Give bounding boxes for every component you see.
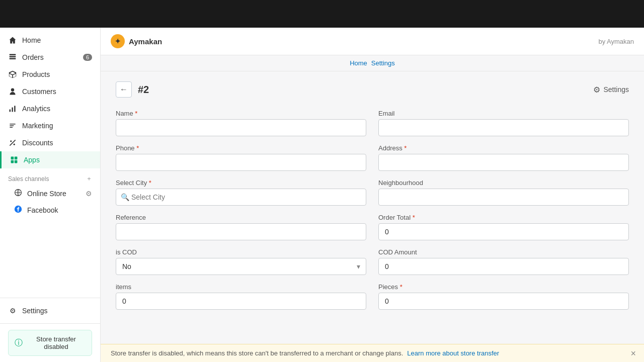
sidebar-item-online-store[interactable]: Online Store ⚙ bbox=[0, 185, 100, 202]
form-title-group: ← #2 bbox=[116, 81, 149, 98]
items-input[interactable] bbox=[116, 293, 366, 310]
sidebar-item-label: Apps bbox=[24, 156, 40, 164]
settings-icon: ⚙ bbox=[8, 306, 17, 315]
address-label: Address * bbox=[378, 144, 629, 152]
address-required: * bbox=[404, 144, 407, 152]
svg-rect-3 bbox=[10, 110, 11, 112]
is-cod-select[interactable]: No Yes bbox=[116, 258, 366, 275]
info-icon: ⓘ bbox=[15, 338, 23, 348]
svg-rect-1 bbox=[10, 56, 16, 57]
breadcrumb-home[interactable]: Home bbox=[350, 59, 367, 67]
sales-channels-section: Sales channels ＋ bbox=[0, 168, 100, 185]
svg-rect-10 bbox=[15, 157, 18, 160]
sidebar-item-label: Home bbox=[22, 36, 41, 44]
breadcrumb-settings[interactable]: Settings bbox=[371, 59, 395, 67]
sidebar-item-home[interactable]: Home bbox=[0, 32, 100, 49]
home-icon bbox=[8, 36, 17, 45]
email-label: Email bbox=[378, 110, 629, 117]
notification-link[interactable]: Learn more about store transfer bbox=[407, 349, 499, 357]
notification-close-button[interactable]: × bbox=[630, 349, 636, 358]
neighbourhood-field-group: Neighbourhood bbox=[378, 179, 629, 206]
sidebar: Home Orders 6 Products bbox=[0, 28, 101, 362]
settings-label: Settings bbox=[22, 307, 48, 315]
email-field-group: Email bbox=[378, 110, 629, 136]
back-button[interactable]: ← bbox=[116, 81, 132, 98]
cod-amount-field-group: COD Amount bbox=[378, 248, 629, 275]
pieces-input[interactable] bbox=[378, 293, 629, 310]
sidebar-item-label: Products bbox=[22, 70, 50, 78]
orders-icon bbox=[8, 53, 17, 62]
sidebar-item-marketing[interactable]: Marketing bbox=[0, 117, 100, 134]
order-total-required: * bbox=[413, 214, 415, 221]
cod-amount-label: COD Amount bbox=[378, 248, 629, 256]
sales-channels-label: Sales channels bbox=[8, 175, 49, 183]
sidebar-item-label: Analytics bbox=[22, 105, 50, 113]
facebook-icon bbox=[14, 205, 22, 215]
marketing-icon bbox=[8, 121, 17, 130]
svg-rect-5 bbox=[14, 106, 15, 112]
sidebar-item-apps[interactable]: Apps bbox=[0, 151, 100, 168]
phone-input[interactable] bbox=[116, 154, 366, 171]
neighbourhood-label: Neighbourhood bbox=[378, 179, 629, 187]
svg-rect-2 bbox=[10, 58, 16, 59]
settings-button-label: Settings bbox=[603, 85, 629, 94]
reference-field-group: Reference bbox=[116, 214, 366, 240]
city-search-icon: 🔍 bbox=[121, 193, 129, 201]
online-store-settings-icon[interactable]: ⚙ bbox=[86, 190, 92, 198]
city-required: * bbox=[149, 179, 151, 187]
content-header: ✦ Aymakan by Aymakan bbox=[101, 28, 644, 55]
breadcrumb: Home Settings bbox=[101, 55, 644, 71]
apps-icon bbox=[10, 155, 19, 164]
sidebar-item-products[interactable]: Products bbox=[0, 66, 100, 83]
content-area: ✦ Aymakan by Aymakan Home Settings ← bbox=[101, 28, 644, 362]
pieces-field-group: Pieces * bbox=[378, 283, 629, 310]
order-total-field-group: Order Total * bbox=[378, 214, 629, 240]
svg-rect-9 bbox=[11, 157, 14, 160]
header-by-text: by Aymakan bbox=[598, 38, 634, 45]
name-required: * bbox=[135, 110, 137, 117]
svg-point-7 bbox=[14, 144, 15, 145]
discounts-icon bbox=[8, 138, 17, 147]
back-arrow-icon: ← bbox=[120, 85, 128, 94]
select-city-input[interactable] bbox=[116, 189, 366, 206]
reference-input[interactable] bbox=[116, 223, 366, 240]
is-cod-field-group: is COD No Yes bbox=[116, 248, 366, 275]
settings-button[interactable]: ⚙ Settings bbox=[593, 85, 629, 95]
orders-badge: 6 bbox=[83, 54, 92, 61]
svg-rect-0 bbox=[10, 54, 16, 55]
facebook-label: Facebook bbox=[27, 206, 58, 214]
brand-logo: ✦ Aymakan bbox=[111, 34, 162, 48]
sidebar-item-label: Orders bbox=[22, 53, 44, 61]
products-icon bbox=[8, 70, 17, 79]
form-grid: Name * Email Phone * bbox=[116, 110, 629, 310]
name-label: Name * bbox=[116, 110, 366, 117]
address-field-group: Address * bbox=[378, 144, 629, 171]
reference-label: Reference bbox=[116, 214, 366, 221]
email-input[interactable] bbox=[378, 119, 629, 136]
store-transfer-label: Store transfer disabled bbox=[27, 335, 86, 350]
sidebar-item-orders[interactable]: Orders 6 bbox=[0, 49, 100, 66]
pieces-label: Pieces * bbox=[378, 283, 629, 291]
add-sales-channel-button[interactable]: ＋ bbox=[86, 174, 92, 183]
svg-rect-11 bbox=[11, 160, 14, 163]
cod-amount-input[interactable] bbox=[378, 258, 629, 275]
analytics-icon bbox=[8, 104, 17, 113]
sidebar-item-customers[interactable]: Customers bbox=[0, 83, 100, 100]
sidebar-item-discounts[interactable]: Discounts bbox=[0, 134, 100, 151]
sidebar-item-settings[interactable]: ⚙ Settings bbox=[8, 302, 92, 319]
order-total-input[interactable] bbox=[378, 223, 629, 240]
items-label: items bbox=[116, 283, 366, 291]
address-input[interactable] bbox=[378, 154, 629, 171]
sidebar-item-label: Marketing bbox=[22, 122, 53, 130]
neighbourhood-input[interactable] bbox=[378, 189, 629, 206]
name-input[interactable] bbox=[116, 119, 366, 136]
sidebar-item-analytics[interactable]: Analytics bbox=[0, 100, 100, 117]
order-total-label: Order Total * bbox=[378, 214, 629, 221]
store-transfer-button[interactable]: ⓘ Store transfer disabled bbox=[8, 330, 92, 356]
is-cod-select-wrapper: No Yes bbox=[116, 258, 366, 275]
sidebar-item-facebook[interactable]: Facebook bbox=[0, 202, 100, 218]
gear-icon: ⚙ bbox=[593, 85, 600, 95]
select-city-label: Select City * bbox=[116, 179, 366, 187]
items-field-group: items bbox=[116, 283, 366, 310]
brand-icon: ✦ bbox=[111, 34, 125, 48]
